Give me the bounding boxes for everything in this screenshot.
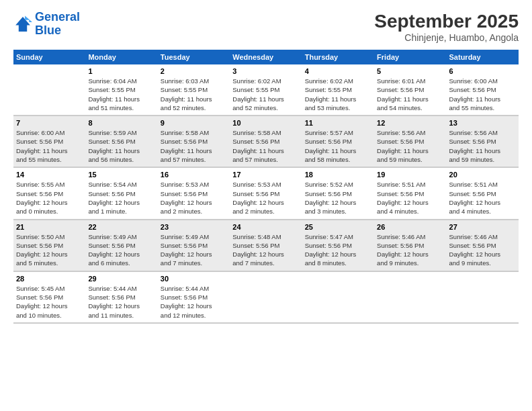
- logo-icon: [13, 15, 32, 34]
- table-row: 21Sunrise: 5:50 AM Sunset: 5:56 PM Dayli…: [13, 220, 85, 271]
- table-row: 17Sunrise: 5:53 AM Sunset: 5:56 PM Dayli…: [230, 167, 302, 219]
- logo-blue: Blue: [35, 24, 80, 38]
- day-info: Sunrise: 5:49 AM Sunset: 5:56 PM Dayligh…: [161, 232, 227, 268]
- title-block: September 2025 Chinjenje, Huambo, Angola: [374, 11, 519, 43]
- table-row: 3Sunrise: 6:02 AM Sunset: 5:55 PM Daylig…: [230, 64, 302, 116]
- table-row: 23Sunrise: 5:49 AM Sunset: 5:56 PM Dayli…: [158, 220, 230, 271]
- day-number: 13: [449, 119, 516, 127]
- logo: General Blue: [13, 11, 80, 38]
- day-number: 27: [449, 223, 516, 231]
- day-number: 8: [88, 119, 154, 127]
- table-row: 7Sunrise: 6:00 AM Sunset: 5:56 PM Daylig…: [13, 116, 85, 167]
- table-row: 26Sunrise: 5:46 AM Sunset: 5:56 PM Dayli…: [374, 220, 446, 271]
- table-row: 18Sunrise: 5:52 AM Sunset: 5:56 PM Dayli…: [302, 167, 374, 219]
- day-number: 14: [16, 171, 83, 179]
- table-row: 4Sunrise: 6:02 AM Sunset: 5:55 PM Daylig…: [302, 64, 374, 116]
- table-row: 25Sunrise: 5:47 AM Sunset: 5:56 PM Dayli…: [302, 220, 374, 271]
- calendar-week-row: 28Sunrise: 5:45 AM Sunset: 5:56 PM Dayli…: [13, 271, 519, 323]
- day-number: 1: [88, 67, 154, 75]
- day-number: 25: [305, 223, 371, 231]
- day-number: 23: [161, 223, 227, 231]
- day-number: 24: [232, 223, 299, 231]
- table-row: 13Sunrise: 5:56 AM Sunset: 5:56 PM Dayli…: [447, 116, 519, 167]
- day-info: Sunrise: 5:44 AM Sunset: 5:56 PM Dayligh…: [88, 284, 154, 320]
- table-row: 30Sunrise: 5:44 AM Sunset: 5:56 PM Dayli…: [158, 271, 230, 323]
- day-info: Sunrise: 5:53 AM Sunset: 5:56 PM Dayligh…: [232, 180, 299, 216]
- day-number: 15: [88, 171, 154, 179]
- table-row: [374, 271, 446, 323]
- day-number: 11: [305, 119, 371, 127]
- table-row: [13, 64, 85, 116]
- day-number: 4: [305, 67, 371, 75]
- col-monday: Monday: [85, 50, 157, 64]
- table-row: 5Sunrise: 6:01 AM Sunset: 5:56 PM Daylig…: [374, 64, 446, 116]
- day-info: Sunrise: 5:45 AM Sunset: 5:56 PM Dayligh…: [16, 284, 83, 320]
- table-row: 27Sunrise: 5:46 AM Sunset: 5:56 PM Dayli…: [447, 220, 519, 271]
- header: General Blue September 2025 Chinjenje, H…: [13, 11, 519, 43]
- day-number: 17: [232, 171, 299, 179]
- table-row: 28Sunrise: 5:45 AM Sunset: 5:56 PM Dayli…: [13, 271, 85, 323]
- table-row: 1Sunrise: 6:04 AM Sunset: 5:55 PM Daylig…: [85, 64, 157, 116]
- col-sunday: Sunday: [13, 50, 85, 64]
- logo-text: General Blue: [35, 11, 80, 38]
- day-info: Sunrise: 5:46 AM Sunset: 5:56 PM Dayligh…: [449, 232, 516, 268]
- table-row: 16Sunrise: 5:53 AM Sunset: 5:56 PM Dayli…: [158, 167, 230, 219]
- table-row: [302, 271, 374, 323]
- header-row: Sunday Monday Tuesday Wednesday Thursday…: [13, 50, 519, 64]
- day-info: Sunrise: 5:48 AM Sunset: 5:56 PM Dayligh…: [232, 232, 299, 268]
- day-info: Sunrise: 5:49 AM Sunset: 5:56 PM Dayligh…: [88, 232, 154, 268]
- day-number: 5: [377, 67, 443, 75]
- table-row: [230, 271, 302, 323]
- table-row: 14Sunrise: 5:55 AM Sunset: 5:56 PM Dayli…: [13, 167, 85, 219]
- day-info: Sunrise: 5:56 AM Sunset: 5:56 PM Dayligh…: [377, 128, 443, 164]
- day-number: 19: [377, 171, 443, 179]
- calendar-week-row: 21Sunrise: 5:50 AM Sunset: 5:56 PM Dayli…: [13, 220, 519, 271]
- day-number: 22: [88, 223, 154, 231]
- day-info: Sunrise: 5:54 AM Sunset: 5:56 PM Dayligh…: [88, 180, 154, 216]
- day-number: 3: [232, 67, 299, 75]
- logo-general: General: [35, 10, 80, 24]
- table-row: 2Sunrise: 6:03 AM Sunset: 5:55 PM Daylig…: [158, 64, 230, 116]
- table-row: 6Sunrise: 6:00 AM Sunset: 5:56 PM Daylig…: [447, 64, 519, 116]
- day-info: Sunrise: 5:58 AM Sunset: 5:56 PM Dayligh…: [232, 128, 299, 164]
- day-info: Sunrise: 6:02 AM Sunset: 5:55 PM Dayligh…: [305, 77, 371, 112]
- day-number: 6: [449, 67, 516, 75]
- table-row: 20Sunrise: 5:51 AM Sunset: 5:56 PM Dayli…: [447, 167, 519, 219]
- day-info: Sunrise: 5:59 AM Sunset: 5:56 PM Dayligh…: [88, 128, 154, 164]
- day-number: 26: [377, 223, 443, 231]
- day-number: 18: [305, 171, 371, 179]
- day-number: 28: [16, 275, 83, 283]
- table-row: 15Sunrise: 5:54 AM Sunset: 5:56 PM Dayli…: [85, 167, 157, 219]
- table-row: 11Sunrise: 5:57 AM Sunset: 5:56 PM Dayli…: [302, 116, 374, 167]
- day-info: Sunrise: 5:44 AM Sunset: 5:56 PM Dayligh…: [161, 284, 227, 320]
- day-info: Sunrise: 6:00 AM Sunset: 5:56 PM Dayligh…: [16, 128, 83, 164]
- day-info: Sunrise: 5:57 AM Sunset: 5:56 PM Dayligh…: [305, 128, 371, 164]
- day-info: Sunrise: 5:52 AM Sunset: 5:56 PM Dayligh…: [305, 180, 371, 216]
- calendar-page: General Blue September 2025 Chinjenje, H…: [0, 0, 532, 411]
- day-info: Sunrise: 5:55 AM Sunset: 5:56 PM Dayligh…: [16, 180, 83, 216]
- day-number: 9: [161, 119, 227, 127]
- subtitle: Chinjenje, Huambo, Angola: [374, 32, 519, 43]
- table-row: 12Sunrise: 5:56 AM Sunset: 5:56 PM Dayli…: [374, 116, 446, 167]
- day-number: 2: [161, 67, 227, 75]
- table-row: 9Sunrise: 5:58 AM Sunset: 5:56 PM Daylig…: [158, 116, 230, 167]
- table-row: 8Sunrise: 5:59 AM Sunset: 5:56 PM Daylig…: [85, 116, 157, 167]
- calendar-week-row: 14Sunrise: 5:55 AM Sunset: 5:56 PM Dayli…: [13, 167, 519, 219]
- table-row: 19Sunrise: 5:51 AM Sunset: 5:56 PM Dayli…: [374, 167, 446, 219]
- day-info: Sunrise: 5:51 AM Sunset: 5:56 PM Dayligh…: [377, 180, 443, 216]
- calendar-week-row: 1Sunrise: 6:04 AM Sunset: 5:55 PM Daylig…: [13, 64, 519, 116]
- day-number: 29: [88, 275, 154, 283]
- day-info: Sunrise: 5:50 AM Sunset: 5:56 PM Dayligh…: [16, 232, 83, 268]
- day-info: Sunrise: 6:00 AM Sunset: 5:56 PM Dayligh…: [449, 77, 516, 112]
- day-number: 7: [16, 119, 83, 127]
- calendar-week-row: 7Sunrise: 6:00 AM Sunset: 5:56 PM Daylig…: [13, 116, 519, 167]
- col-tuesday: Tuesday: [158, 50, 230, 64]
- day-number: 30: [161, 275, 227, 283]
- day-info: Sunrise: 5:46 AM Sunset: 5:56 PM Dayligh…: [377, 232, 443, 268]
- day-info: Sunrise: 6:03 AM Sunset: 5:55 PM Dayligh…: [161, 77, 227, 112]
- table-row: 22Sunrise: 5:49 AM Sunset: 5:56 PM Dayli…: [85, 220, 157, 271]
- table-row: [447, 271, 519, 323]
- day-number: 12: [377, 119, 443, 127]
- table-row: 24Sunrise: 5:48 AM Sunset: 5:56 PM Dayli…: [230, 220, 302, 271]
- table-row: 10Sunrise: 5:58 AM Sunset: 5:56 PM Dayli…: [230, 116, 302, 167]
